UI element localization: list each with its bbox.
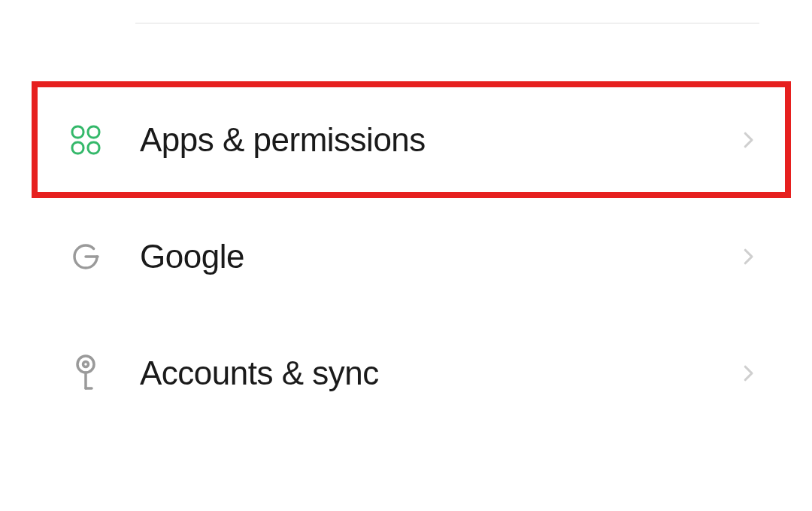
- svg-rect-3: [88, 142, 99, 154]
- svg-rect-2: [72, 142, 83, 154]
- svg-point-5: [77, 356, 94, 373]
- settings-item-google[interactable]: Google: [0, 198, 812, 315]
- google-icon: [68, 239, 104, 275]
- svg-point-6: [83, 361, 89, 367]
- settings-item-label: Google: [140, 238, 737, 275]
- settings-item-accounts-sync[interactable]: Accounts & sync: [0, 315, 812, 431]
- chevron-right-icon: [737, 362, 759, 385]
- svg-rect-0: [72, 126, 83, 138]
- settings-item-label: Accounts & sync: [140, 354, 737, 392]
- settings-list: Apps & permissions Google: [0, 81, 812, 431]
- settings-item-label: Apps & permissions: [140, 121, 737, 159]
- key-icon: [68, 355, 104, 391]
- chevron-right-icon: [737, 129, 759, 151]
- settings-item-apps-permissions[interactable]: Apps & permissions: [0, 81, 812, 198]
- chevron-right-icon: [737, 245, 759, 268]
- divider: [135, 23, 759, 24]
- svg-rect-1: [88, 126, 99, 138]
- apps-icon: [68, 122, 104, 158]
